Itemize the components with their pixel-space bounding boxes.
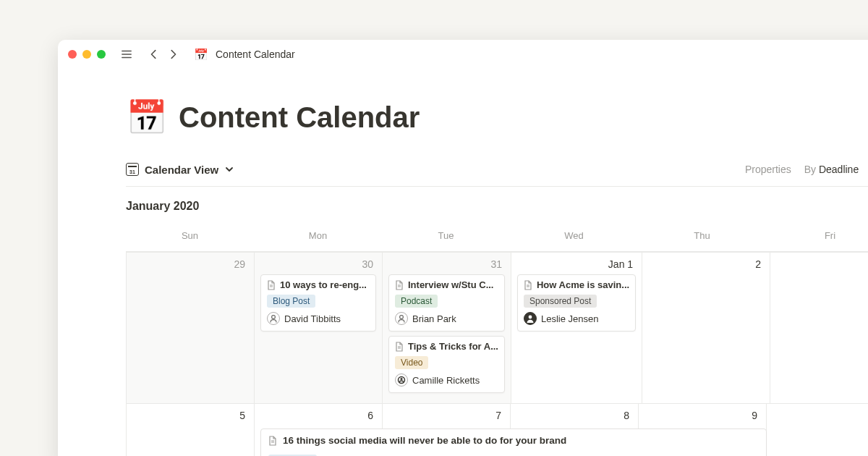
- day-cell[interactable]: [767, 404, 868, 456]
- page-header: 📅 Content Calendar: [126, 98, 868, 137]
- calendar-week: 5678916 things social media will never b…: [127, 403, 868, 456]
- day-number: 8: [516, 410, 632, 426]
- page-icon: [267, 280, 276, 290]
- svg-point-1: [400, 316, 404, 319]
- day-number: 9: [644, 410, 760, 426]
- app-window: 📅 Content Calendar 📅 Content Calendar Ca…: [58, 40, 868, 456]
- day-number: 29: [132, 258, 248, 274]
- day-cell[interactable]: Jan 1How Acme is savin...Sponsored PostL…: [511, 253, 642, 403]
- event-assignee: Leslie Jensen: [524, 312, 629, 325]
- event-title: 16 things social media will never be abl…: [268, 435, 759, 446]
- day-number: 5: [132, 410, 248, 426]
- page-icon: [268, 436, 277, 446]
- day-cell[interactable]: 5: [127, 404, 255, 456]
- nav-forward-button[interactable]: [166, 48, 179, 61]
- day-number: 30: [260, 258, 376, 274]
- page-content: 📅 Content Calendar Calendar View Propert…: [58, 69, 868, 456]
- view-options: Properties By Deadline Filter Sort: [745, 164, 868, 175]
- svg-point-4: [529, 316, 532, 319]
- page-icon: [524, 280, 532, 290]
- event-title: Tips & Tricks for A...: [395, 341, 498, 352]
- breadcrumb-emoji: 📅: [194, 48, 208, 62]
- day-header: Wed: [510, 224, 638, 251]
- day-header: Thu: [638, 224, 766, 251]
- calendar-event[interactable]: Interview w/Stu C...PodcastBrian Park: [388, 274, 505, 332]
- day-number: [773, 410, 868, 414]
- svg-point-0: [272, 316, 276, 319]
- page-icon: [395, 280, 404, 290]
- day-number: 2: [648, 258, 764, 274]
- day-header: Sun: [126, 224, 254, 251]
- event-title: How Acme is savin...: [524, 279, 629, 290]
- view-selector[interactable]: Calendar View: [126, 163, 234, 176]
- calendar-event[interactable]: Tips & Tricks for A...VideoCamille Ricke…: [388, 336, 505, 393]
- properties-button[interactable]: Properties: [745, 164, 791, 175]
- event-tag: Blog Post: [267, 295, 315, 308]
- day-cell[interactable]: 3010 ways to re-eng...Blog PostDavid Tib…: [255, 253, 383, 403]
- event-title: Interview w/Stu C...: [395, 279, 498, 290]
- calendar-icon: [126, 163, 139, 176]
- day-number: 7: [388, 410, 504, 426]
- day-number: 6: [260, 410, 376, 426]
- close-window-button[interactable]: [68, 50, 77, 59]
- avatar-icon: [395, 312, 408, 325]
- event-assignee: Brian Park: [395, 312, 498, 325]
- day-cell[interactable]: 31Interview w/Stu C...PodcastBrian ParkT…: [383, 253, 511, 403]
- day-cell[interactable]: [770, 253, 868, 403]
- menu-icon[interactable]: [120, 48, 133, 61]
- calendar-event-multi-day[interactable]: 16 things social media will never be abl…: [260, 428, 767, 456]
- day-number: Jan 1: [517, 258, 636, 274]
- event-assignee: David Tibbitts: [267, 312, 370, 325]
- event-tag: Podcast: [395, 295, 438, 308]
- divider: [126, 186, 868, 187]
- breadcrumb-title[interactable]: Content Calendar: [216, 48, 295, 60]
- avatar-icon: [267, 312, 280, 325]
- maximize-window-button[interactable]: [97, 50, 106, 59]
- day-header: Tue: [382, 224, 510, 251]
- window-controls: [68, 50, 106, 59]
- minimize-window-button[interactable]: [82, 50, 91, 59]
- page-icon: [395, 342, 404, 352]
- day-cell[interactable]: 2: [642, 253, 770, 403]
- month-label: January 2020: [126, 200, 868, 213]
- day-header: Mon: [254, 224, 382, 251]
- view-name: Calendar View: [145, 164, 218, 176]
- nav-back-button[interactable]: [148, 48, 161, 61]
- calendar-grid: 293010 ways to re-eng...Blog PostDavid T…: [126, 251, 868, 456]
- day-number: 31: [388, 258, 505, 274]
- day-headers-row: SunMonTueWedThuFri: [126, 224, 868, 251]
- titlebar: 📅 Content Calendar: [58, 40, 868, 69]
- day-cell[interactable]: 29: [127, 253, 255, 403]
- calendar-event[interactable]: 10 ways to re-eng...Blog PostDavid Tibbi…: [260, 274, 376, 332]
- view-toolbar: Calendar View Properties By Deadline Fil…: [126, 163, 868, 176]
- calendar-week: 293010 ways to re-eng...Blog PostDavid T…: [127, 252, 868, 403]
- event-title: 10 ways to re-eng...: [267, 279, 370, 290]
- sort-by-button[interactable]: By Deadline: [804, 164, 859, 175]
- event-tag: Video: [395, 356, 428, 369]
- page-emoji[interactable]: 📅: [126, 98, 167, 137]
- svg-point-3: [400, 378, 402, 380]
- day-header: Fri: [766, 224, 868, 251]
- day-number: [776, 258, 868, 263]
- event-assignee: Camille Ricketts: [395, 373, 498, 387]
- chevron-down-icon: [224, 164, 234, 174]
- avatar-icon: [395, 373, 408, 387]
- calendar-event[interactable]: How Acme is savin...Sponsored PostLeslie…: [517, 274, 636, 332]
- avatar-icon: [524, 312, 537, 325]
- page-title-text[interactable]: Content Calendar: [179, 101, 420, 134]
- event-tag: Sponsored Post: [524, 295, 597, 308]
